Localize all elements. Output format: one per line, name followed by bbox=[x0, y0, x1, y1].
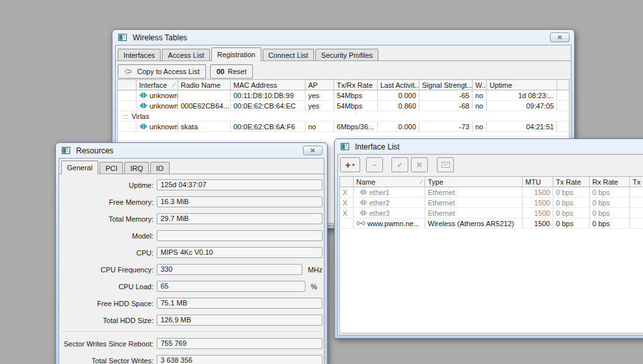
sort-asc-icon: ∕ bbox=[172, 81, 175, 90]
field-model: Model: bbox=[60, 230, 322, 241]
cpu-load-unit: % bbox=[311, 283, 317, 291]
col-tx-cut[interactable]: Tx bbox=[630, 177, 643, 187]
add-interface-button[interactable]: + ▼ bbox=[340, 157, 360, 172]
section-divider bbox=[60, 332, 322, 333]
close-icon[interactable]: ✕ bbox=[303, 146, 322, 155]
wireless-toolbar: Copy to Access List 00 Reset bbox=[116, 61, 571, 81]
uptime-value: 125d 04:37:07 bbox=[157, 179, 322, 190]
col-last-activity[interactable]: Last Activit... bbox=[378, 80, 419, 90]
field-total-hdd: Total HDD Size: 126.9 MB bbox=[60, 315, 322, 326]
comment-row[interactable]: ::: Virlas bbox=[118, 111, 569, 122]
free-memory-value: 16.3 MiB bbox=[157, 196, 322, 207]
col-uptime[interactable]: Uptime bbox=[487, 80, 557, 90]
tab-connect-list[interactable]: Connect List bbox=[263, 49, 314, 60]
col-interface[interactable]: Interface∕ bbox=[137, 80, 178, 90]
remove-interface-button[interactable]: − bbox=[366, 157, 383, 172]
field-cpu-frequency: CPU Frequency: 330 MHz bbox=[60, 264, 322, 275]
window-icon bbox=[341, 143, 349, 150]
ethernet-interface-icon bbox=[360, 210, 367, 216]
tab-interfaces[interactable]: Interfaces bbox=[118, 49, 161, 60]
tab-pci[interactable]: PCI bbox=[99, 162, 123, 174]
field-cpu-load: CPU Load: 65 % bbox=[60, 281, 322, 292]
tab-access-list[interactable]: Access List bbox=[162, 49, 210, 60]
desktop: Wireless Tables ✕ Interfaces Access List… bbox=[0, 0, 643, 364]
reset-counter-icon: 00 bbox=[217, 68, 224, 75]
total-hdd-value: 126.9 MB bbox=[157, 315, 322, 326]
interface-table-header: Name∕ Type MTU Tx Rate Rx Rate Tx bbox=[340, 177, 643, 187]
reset-button[interactable]: 00 Reset bbox=[210, 64, 253, 79]
tab-irq[interactable]: IRQ bbox=[124, 162, 149, 174]
interface-toolbar: + ▼ − ✓ ✕ bbox=[338, 155, 643, 175]
wireless-interface-icon bbox=[139, 103, 148, 109]
col-name[interactable]: Name∕ bbox=[354, 177, 425, 187]
tab-io[interactable]: IO bbox=[150, 162, 170, 174]
col-radio-name[interactable]: Radio Name bbox=[178, 80, 231, 90]
cpu-load-value: 65 bbox=[157, 281, 306, 292]
tab-security-profiles[interactable]: Security Profiles bbox=[315, 49, 378, 60]
arrow-left-icon bbox=[124, 68, 132, 75]
table-row[interactable]: unknown 000E62CB64... 00:0E:62:CB:64:EC … bbox=[118, 101, 569, 111]
check-icon: ✓ bbox=[397, 161, 403, 169]
disable-interface-button[interactable]: ✕ bbox=[411, 157, 428, 172]
copy-to-access-list-label: Copy to Access List bbox=[137, 68, 200, 75]
minus-icon: − bbox=[372, 161, 376, 169]
wireless-tabbar: Interfaces Access List Registration Conn… bbox=[116, 46, 571, 61]
interface-list-body: + ▼ − ✓ ✕ bbox=[337, 154, 643, 335]
tab-registration[interactable]: Registration bbox=[211, 47, 261, 61]
window-title: Resources bbox=[76, 146, 113, 155]
col-ap[interactable]: AP bbox=[306, 80, 334, 90]
copy-to-access-list-button[interactable]: Copy to Access List bbox=[118, 64, 206, 79]
wireless-tables-titlebar[interactable]: Wireless Tables ✕ bbox=[112, 30, 574, 45]
resources-titlebar[interactable]: Resources ✕ bbox=[56, 143, 327, 158]
total-memory-value: 29.7 MiB bbox=[157, 213, 322, 224]
comment-button[interactable] bbox=[437, 157, 454, 172]
wlan-interface-icon bbox=[356, 220, 365, 226]
field-free-hdd: Free HDD Space: 75.1 MB bbox=[60, 298, 322, 309]
close-icon[interactable]: ✕ bbox=[550, 32, 570, 42]
table-row[interactable]: unknown 00:11:D8:10:DB:99 yes 54Mbps 0.0… bbox=[118, 90, 569, 101]
free-hdd-value: 75.1 MB bbox=[157, 298, 322, 309]
interface-list-window: Interface List ✕ + ▼ − ✓ ✕ bbox=[334, 138, 643, 339]
flag-column-header[interactable] bbox=[340, 177, 354, 187]
window-title: Wireless Tables bbox=[133, 33, 187, 42]
col-mac-address[interactable]: MAC Address bbox=[231, 80, 306, 90]
enable-interface-button[interactable]: ✓ bbox=[391, 157, 408, 172]
col-type[interactable]: Type bbox=[425, 177, 523, 187]
field-free-memory: Free Memory: 16.3 MiB bbox=[60, 196, 322, 207]
table-row[interactable]: www.pwmn.ne... Wireless (Atheros AR5212)… bbox=[340, 218, 643, 229]
field-uptime: Uptime: 125d 04:37:07 bbox=[60, 179, 322, 190]
window-title: Interface List bbox=[355, 142, 400, 151]
table-row[interactable]: X ether1 Ethernet 1500 0 bps 0 bps bbox=[340, 187, 643, 198]
resources-window: Resources ✕ General PCI IRQ IO Uptime: 1… bbox=[55, 142, 328, 364]
comment-prefix: ::: bbox=[122, 112, 128, 120]
col-txrx-rate[interactable]: Tx/Rx Rate bbox=[334, 80, 378, 90]
table-row[interactable]: unknown skata 00:0E:62:CB:6A:F6 no 6Mbps… bbox=[118, 122, 569, 132]
col-mtu[interactable]: MTU bbox=[523, 177, 553, 187]
flag-column-header[interactable] bbox=[118, 80, 137, 90]
tab-general[interactable]: General bbox=[61, 161, 98, 174]
col-signal-strength[interactable]: Signal Strengt... bbox=[419, 80, 473, 90]
field-sector-writes-reboot: Sector Writes Since Reboot: 755 769 bbox=[60, 338, 322, 349]
total-sector-writes-value: 3 638 356 bbox=[157, 355, 322, 364]
ethernet-interface-icon bbox=[360, 189, 367, 195]
field-total-sector-writes: Total Sector Writes: 3 638 356 bbox=[60, 355, 322, 364]
field-total-memory: Total Memory: 29.7 MiB bbox=[60, 213, 322, 224]
plus-icon: + bbox=[345, 160, 351, 170]
cpu-frequency-input[interactable]: 330 bbox=[157, 264, 302, 275]
comment-note-icon bbox=[441, 161, 450, 168]
table-row[interactable]: X ether3 Ethernet 1500 0 bps 0 bps bbox=[340, 208, 643, 218]
model-value bbox=[157, 230, 322, 241]
cpu-value: MIPS 4Kc V0.10 bbox=[157, 247, 322, 258]
window-icon bbox=[62, 147, 70, 154]
interface-list-titlebar[interactable]: Interface List ✕ bbox=[335, 139, 643, 154]
registration-table-header: Interface∕ Radio Name MAC Address AP Tx/… bbox=[118, 80, 569, 90]
col-w[interactable]: W... bbox=[473, 80, 487, 90]
cpu-frequency-unit: MHz bbox=[308, 266, 322, 274]
table-row[interactable]: X ether2 Ethernet 1500 0 bps 0 bps bbox=[340, 198, 643, 208]
field-cpu: CPU: MIPS 4Kc V0.10 bbox=[60, 247, 322, 258]
col-filler bbox=[557, 80, 569, 90]
interface-table: Name∕ Type MTU Tx Rate Rx Rate Tx X ethe… bbox=[339, 176, 643, 333]
col-rx-rate[interactable]: Rx Rate bbox=[590, 177, 630, 187]
wireless-interface-icon bbox=[139, 92, 148, 98]
col-tx-rate[interactable]: Tx Rate bbox=[553, 177, 590, 187]
